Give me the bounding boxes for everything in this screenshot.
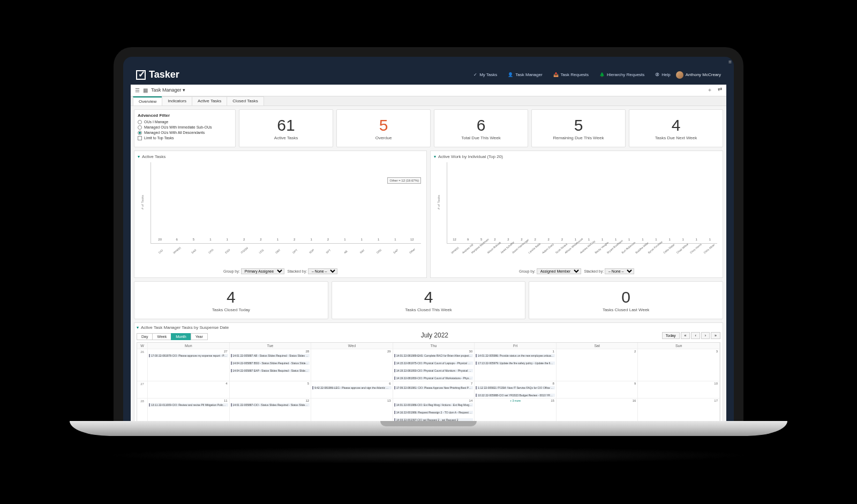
filter-opt-2[interactable]: Managed OUs With Immediate Sub-OUs	[138, 125, 232, 130]
filter-icon[interactable]: ▾	[138, 154, 140, 159]
menu-icon[interactable]: ☰	[135, 87, 140, 93]
cal-last[interactable]: »	[711, 332, 720, 339]
cal-cell[interactable]: 2814:01 22-005887 AB - Status Slides Req…	[230, 349, 312, 381]
cal-cell[interactable]: 3014:01 22-081989-EAS: Complete RACI for…	[393, 349, 475, 381]
chart2-plot: 12(empty)9Andrew Hill5Marijana Beckham2A…	[447, 162, 717, 244]
cal-view-month[interactable]: Month	[171, 333, 191, 340]
filter-icon[interactable]: ▾	[434, 154, 436, 159]
user-name: Anthony McCreary	[686, 72, 721, 77]
cal-cell[interactable]: 1414:01 22-001986-CIO: Ext Reg Msrg / Ac…	[393, 398, 475, 421]
nav-person-icon: 👤	[508, 72, 513, 77]
nav-task-requests[interactable]: 📥Task Requests	[548, 72, 594, 77]
cal-cell[interactable]: 81:12 22-005821 ITGSM: New IT Service FA…	[475, 381, 557, 398]
user-menu[interactable]: Anthony McCreary	[676, 71, 721, 79]
cal-cell[interactable]: 13	[311, 398, 393, 421]
filter-icon[interactable]: ▾	[137, 325, 139, 330]
cal-cell[interactable]: 114:01 22-005986: Provide status on the …	[475, 349, 557, 381]
nav-task-manager[interactable]: 👤Task Manager	[502, 72, 547, 77]
tab-overview[interactable]: Overview	[133, 96, 162, 106]
add-icon[interactable]: ＋	[707, 86, 712, 94]
cal-cell[interactable]: 29	[311, 349, 393, 381]
kpi-due-next-week: 4Tasks Due Next Week	[629, 109, 723, 147]
filter-title: Advanced Filter	[138, 113, 232, 118]
chart1-plot: 20CIO6(empty)5EAS1CFO1ESO2ITGSM2LEG1OBT2…	[151, 162, 421, 244]
app-logo: Tasker	[136, 69, 179, 80]
avatar	[676, 71, 683, 79]
chart1-stackedby[interactable]: – None –	[308, 268, 337, 274]
cal-cell[interactable]: 717:09 22-081981: CIO: Please Approve Ne…	[393, 381, 475, 398]
cal-next[interactable]: ›	[701, 332, 710, 339]
calendar-section: ▾Active Task Manager Tasks by Suspense D…	[134, 322, 723, 421]
cal-cell[interactable]: 10	[638, 381, 720, 398]
cal-today[interactable]: Today	[662, 332, 680, 339]
chart-active-tasks: ▾Active Tasks ≡ # of Tasks 20CIO6(empty)…	[134, 151, 427, 278]
breadcrumb[interactable]: Task Manager ▾	[151, 87, 185, 93]
nav-hierarchy-requests[interactable]: 🌲Hierarchy Requests	[594, 72, 650, 77]
logo-checkmark-icon	[136, 70, 146, 80]
cal-cell[interactable]: 1113:11 22-011009-CIO: Review and revise…	[148, 398, 230, 421]
kpi-closed-last-week: 0Tasks Closed Last Week	[529, 281, 723, 319]
settings-icon[interactable]: ⇄	[718, 86, 722, 94]
cal-view-day[interactable]: Day	[137, 333, 153, 340]
chart2-groupby[interactable]: Assigned Member	[537, 268, 581, 274]
cal-cell[interactable]: 17	[638, 398, 720, 421]
cal-cell[interactable]: 15+ 3 more	[475, 398, 557, 421]
filter-chk-1[interactable]: Limit to Top Tasks	[138, 136, 232, 140]
kpi-closed-week: 4Tasks Closed This Week	[332, 281, 526, 319]
tab-active-tasks[interactable]: Active Tasks	[192, 96, 227, 106]
filter-opt-1[interactable]: OUs I Manage	[138, 120, 232, 124]
kpi-remaining-due: 5Remaining Due This Week	[531, 109, 626, 147]
cal-cell[interactable]: 9	[557, 381, 638, 398]
nav-help-icon: ⦿	[655, 72, 659, 77]
cal-first[interactable]: «	[681, 332, 690, 339]
nav-check-icon: ✓	[473, 72, 477, 77]
cal-cell[interactable]: 2717:00 22-081978-CIO: Please approve my…	[148, 349, 230, 381]
cal-cell[interactable]: 16	[557, 398, 638, 421]
tab-closed-tasks[interactable]: Closed Tasks	[227, 96, 264, 106]
nav-inbox-icon: 📥	[553, 72, 559, 77]
cal-cell[interactable]: 5	[230, 381, 312, 398]
cal-cell[interactable]: 3	[638, 349, 720, 381]
chart-active-work: ▾Active Work by Individual (Top 20) # of…	[430, 151, 723, 278]
cal-view-year[interactable]: Year	[191, 333, 208, 340]
tabs: Overview Indicators Active Tasks Closed …	[131, 96, 726, 106]
calendar-month: July 2022	[207, 332, 662, 339]
calendar-grid: WMonTueWedThuFriSatSun262717:00 22-08197…	[137, 342, 720, 421]
cal-prev[interactable]: ‹	[691, 332, 700, 339]
top-nav: Tasker ✓My Tasks 👤Task Manager 📥Task Req…	[131, 65, 726, 85]
cal-view-week[interactable]: Week	[152, 333, 171, 340]
nav-help[interactable]: ⦿Help	[650, 72, 675, 77]
cal-cell[interactable]: 69:42 22-081986-LEG - Please approve and…	[311, 381, 393, 398]
nav-tree-icon: 🌲	[599, 72, 605, 77]
kpi-active-tasks: 61Active Tasks	[239, 109, 333, 147]
toolbar: ☰ ▦ Task Manager ▾ ＋ ⇄	[131, 85, 726, 96]
cal-cell[interactable]: 2	[557, 349, 638, 381]
tab-indicators[interactable]: Indicators	[162, 96, 192, 106]
app-name: Tasker	[149, 69, 179, 80]
kpi-overdue: 5Overdue	[336, 109, 431, 147]
cal-cell[interactable]: 1214:01 22-005887-CIO - Status Slides Re…	[230, 398, 312, 421]
cal-cell[interactable]: 4	[148, 381, 230, 398]
kpi-total-due: 6Total Due This Week	[434, 109, 528, 147]
filter-panel: Advanced Filter OUs I Manage Managed OUs…	[134, 109, 236, 147]
nav-my-tasks[interactable]: ✓My Tasks	[468, 72, 502, 77]
grid-icon[interactable]: ▦	[143, 87, 148, 93]
filter-opt-3[interactable]: Managed OUs With All Descendants	[138, 131, 232, 135]
kpi-closed-today: 4Tasks Closed Today	[134, 281, 328, 319]
chart2-stackedby[interactable]: – None –	[605, 268, 634, 274]
chart1-annotation: Other = 12 (19.67%)	[387, 177, 421, 184]
chart1-groupby[interactable]: Primary Assignee	[241, 268, 284, 274]
